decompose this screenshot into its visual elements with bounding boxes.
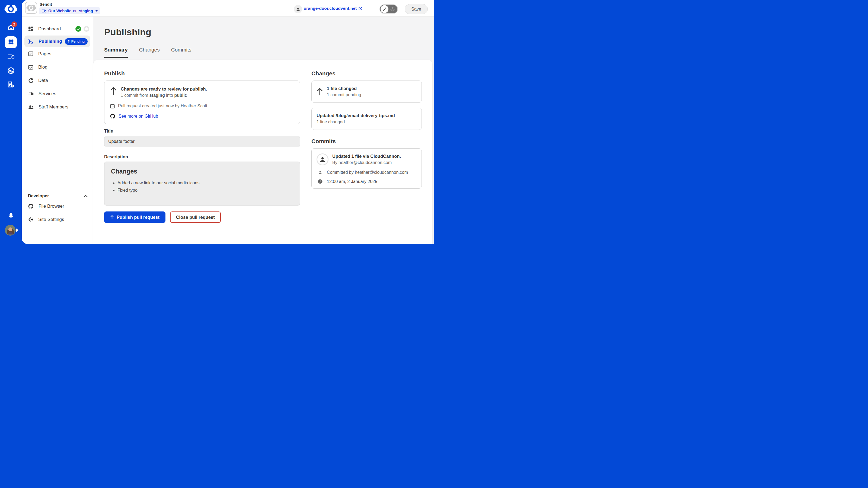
sidebar-item-site-settings[interactable]: Site Settings bbox=[22, 213, 93, 226]
gear-icon bbox=[28, 217, 34, 222]
chevron-down-icon bbox=[95, 10, 98, 12]
see-more-on-github-link[interactable]: See more on GitHub bbox=[119, 114, 158, 119]
arrow-up-icon bbox=[110, 215, 114, 219]
devices-icon bbox=[41, 9, 46, 13]
pending-badge-label: Pending bbox=[71, 40, 85, 43]
edit-mode-thumb[interactable] bbox=[380, 5, 389, 13]
changes-summary-card: 1 file changed 1 commit pending bbox=[311, 80, 422, 103]
save-button[interactable]: Save bbox=[405, 4, 428, 14]
commits-pending-subtitle: 1 commit pending bbox=[327, 92, 361, 98]
description-field-label: Description bbox=[104, 155, 300, 159]
github-icon bbox=[110, 113, 116, 119]
changed-file-title: Updated /blog/email-delivery-tips.md bbox=[316, 112, 416, 119]
save-label: Save bbox=[411, 7, 421, 12]
tab-commits[interactable]: Commits bbox=[171, 47, 191, 58]
site-logo-icon bbox=[25, 2, 37, 14]
commit-time: 12:00 am, 2 January 2025 bbox=[327, 179, 377, 184]
sidebar-item-staff-members[interactable]: Staff Members bbox=[22, 100, 93, 113]
profile-expand-arrow-icon[interactable] bbox=[16, 228, 19, 232]
dashboard-toggle-off-icon[interactable] bbox=[84, 26, 89, 32]
live-site-link[interactable]: orange-door.cloudvent.net bbox=[304, 6, 362, 11]
title-field-label: Title bbox=[104, 129, 300, 134]
external-link-icon bbox=[358, 6, 362, 10]
description-heading: Changes bbox=[111, 168, 293, 175]
rail-domains-button[interactable] bbox=[5, 65, 17, 77]
pages-icon bbox=[28, 51, 34, 57]
sidebar-section-developer[interactable]: Developer bbox=[22, 189, 93, 199]
files-changed-title: 1 file changed bbox=[327, 85, 361, 92]
tab-changes[interactable]: Changes bbox=[139, 47, 160, 58]
rail-organization-button[interactable] bbox=[5, 79, 17, 91]
developer-section-label: Developer bbox=[28, 194, 84, 198]
changed-file-subtitle: 1 line changed bbox=[316, 119, 416, 125]
sidebar-item-label: Dashboard bbox=[38, 26, 75, 32]
publish-pull-request-button[interactable]: Publish pull request bbox=[104, 212, 165, 223]
edit-settings-mode-toggle[interactable] bbox=[379, 4, 398, 14]
commit-card: Updated 1 file via CloudCannon. By heath… bbox=[311, 148, 422, 189]
rail-notifications-button[interactable] bbox=[5, 210, 17, 222]
description-bullet: Added a new link to our social media ico… bbox=[118, 181, 293, 186]
publish-column: Publish Changes are ready to review for … bbox=[104, 70, 300, 244]
sidebar-item-publishing[interactable]: Publishing Pending bbox=[24, 35, 90, 47]
commit-committed-by: Committed by heather@cloudcannon.com bbox=[327, 170, 408, 175]
changed-file-card[interactable]: Updated /blog/email-delivery-tips.md 1 l… bbox=[311, 108, 422, 130]
close-pull-request-button[interactable]: Close pull request bbox=[170, 212, 221, 223]
sidebar-item-data[interactable]: Data bbox=[22, 74, 93, 87]
person-icon bbox=[316, 170, 323, 175]
sidebar-item-label: Blog bbox=[38, 65, 89, 70]
pr-description-editor[interactable]: Changes Added a new link to our social m… bbox=[104, 162, 300, 205]
sidebar-item-label: Site Settings bbox=[38, 217, 89, 222]
sidebar-item-file-browser[interactable]: File Browser bbox=[22, 199, 93, 213]
commits-heading: Commits bbox=[311, 138, 422, 144]
breadcrumb-branch: staging bbox=[79, 9, 93, 13]
pencil-icon bbox=[382, 7, 387, 11]
sidebar-item-label: Services bbox=[38, 91, 89, 97]
user-avatar[interactable] bbox=[5, 225, 16, 236]
publish-status-card: Changes are ready to review for publish.… bbox=[104, 80, 300, 124]
sidebar-item-label: Data bbox=[38, 78, 89, 83]
pr-actions: Publish pull request Close pull request bbox=[104, 212, 300, 223]
dashboard-icon bbox=[28, 26, 34, 32]
publish-status-subtitle: 1 commit from staging into public bbox=[121, 92, 207, 99]
devices-icon bbox=[7, 53, 15, 61]
changes-heading: Changes bbox=[311, 70, 422, 77]
globe-icon bbox=[7, 67, 14, 75]
sidebar-item-label: Pages bbox=[38, 51, 89, 57]
rail-sites-button[interactable] bbox=[5, 51, 17, 63]
sidebar-item-blog[interactable]: Blog bbox=[22, 61, 93, 74]
sync-icon bbox=[28, 77, 34, 83]
account-avatar[interactable] bbox=[294, 5, 302, 13]
calendar-icon bbox=[110, 104, 115, 109]
committer-avatar bbox=[316, 154, 329, 165]
sidebar-item-dashboard[interactable]: Dashboard bbox=[22, 22, 93, 35]
pr-created-line: Pull request created just now by Heather… bbox=[118, 103, 207, 109]
bell-icon bbox=[8, 212, 14, 220]
changes-column: Changes 1 file changed 1 commit pending bbox=[311, 70, 422, 244]
rail-apps-button[interactable] bbox=[5, 36, 17, 48]
services-devices-icon bbox=[28, 91, 34, 96]
breadcrumb-site: Our Website bbox=[48, 9, 71, 13]
main-area: Publishing Summary Changes Commits Publi… bbox=[93, 17, 434, 244]
sidebar-item-pages[interactable]: Pages bbox=[22, 47, 93, 61]
domain-text: orange-door.cloudvent.net bbox=[304, 6, 357, 11]
cloudcannon-logo-icon[interactable] bbox=[4, 3, 18, 15]
tab-summary[interactable]: Summary bbox=[104, 47, 128, 58]
pr-title-input[interactable] bbox=[104, 136, 300, 147]
branch-from: staging bbox=[150, 93, 165, 98]
site-branch-selector[interactable]: Our Website on staging bbox=[39, 7, 100, 14]
settings-mode-gear-icon[interactable] bbox=[390, 6, 396, 12]
arrow-up-icon bbox=[110, 87, 117, 99]
app-screen: 2 bbox=[0, 0, 434, 244]
close-pr-label: Close pull request bbox=[176, 215, 215, 220]
commit-title: Updated 1 file via CloudCannon. bbox=[332, 153, 401, 159]
dashboard-complete-check-icon[interactable] bbox=[75, 26, 81, 32]
tabs: Summary Changes Commits bbox=[104, 47, 191, 58]
sidebar-item-label: File Browser bbox=[38, 204, 89, 209]
app-sheet: Sendit Our Website on staging orange-doo… bbox=[22, 0, 434, 244]
sidebar-item-services[interactable]: Services bbox=[22, 87, 93, 100]
page-title: Publishing bbox=[104, 27, 151, 37]
publish-pr-label: Publish pull request bbox=[117, 215, 159, 220]
publish-status-title: Changes are ready to review for publish. bbox=[121, 86, 207, 92]
site-name: Sendit bbox=[40, 2, 52, 6]
breadcrumb-on: on bbox=[73, 9, 77, 13]
